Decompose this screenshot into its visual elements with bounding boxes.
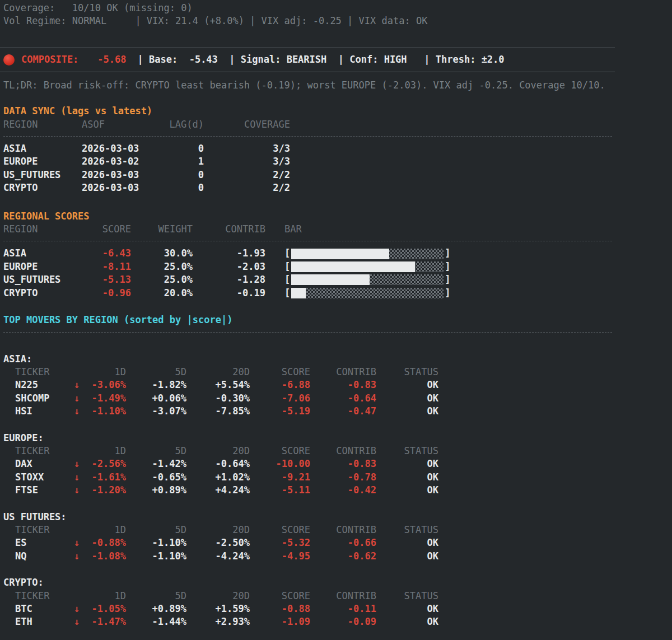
ticker-cell: ES bbox=[15, 536, 69, 549]
regional-header-row: REGION SCORE WEIGHT CONTRIB BAR bbox=[3, 223, 672, 236]
bar-fill bbox=[291, 261, 415, 272]
contrib-cell: -0.78 bbox=[310, 471, 376, 484]
score-bar: [ ] bbox=[265, 247, 672, 260]
score-bar: [ ] bbox=[265, 260, 672, 273]
region-cell: US_FUTURES bbox=[3, 169, 82, 181]
ticker-cell: STOXX bbox=[15, 471, 69, 484]
bar-open-bracket: [ bbox=[284, 247, 290, 260]
d1-cell: -1.49% bbox=[84, 392, 126, 405]
weight-cell: 25.0% bbox=[131, 273, 193, 286]
col-1d: 1D bbox=[84, 524, 126, 536]
coverage-cell: 2/2 bbox=[204, 181, 290, 194]
col-5d: 5D bbox=[126, 445, 186, 457]
score-cell: -9.21 bbox=[250, 471, 310, 484]
contrib-cell: -0.19 bbox=[193, 287, 265, 300]
status-cell: OK bbox=[376, 536, 438, 549]
table-row: HSI ↓ -1.10% -3.07% -7.85% -5.19 -0.47 O… bbox=[15, 405, 672, 418]
data-sync-title: DATA SYNC (lags vs latest) bbox=[3, 105, 672, 118]
col-weight: WEIGHT bbox=[131, 223, 193, 236]
d5-cell: +0.89% bbox=[126, 484, 186, 497]
col-20d: 20D bbox=[186, 524, 250, 536]
score-cell: -1.09 bbox=[250, 615, 310, 628]
dashed-separator bbox=[3, 332, 612, 333]
score-cell: -5.11 bbox=[250, 484, 310, 497]
data-sync-section: DATA SYNC (lags vs latest) REGION ASOF L… bbox=[0, 105, 672, 194]
coverage-cell: 3/3 bbox=[204, 155, 290, 168]
contrib-cell: -0.42 bbox=[310, 484, 376, 497]
contrib-cell: -0.09 bbox=[310, 615, 376, 628]
down-arrow-icon: ↓ bbox=[69, 471, 84, 484]
asof-cell: 2026-03-03 bbox=[82, 142, 166, 155]
table-row: ASIA 2026-03-03 0 3/3 bbox=[3, 142, 672, 155]
col-contrib: CONTRIB bbox=[310, 366, 376, 379]
col-ticker: TICKER bbox=[15, 445, 84, 457]
down-arrow-icon: ↓ bbox=[69, 602, 84, 615]
d5-cell: -1.10% bbox=[126, 550, 186, 563]
movers-header-row: TICKER 1D 5D 20D SCORE CONTRIB STATUS bbox=[15, 590, 672, 602]
region-heading: EUROPE: bbox=[3, 432, 672, 445]
d20-cell: +1.59% bbox=[186, 602, 250, 615]
lag-cell: 0 bbox=[166, 169, 204, 181]
contrib-cell: -1.28 bbox=[193, 273, 265, 286]
d20-cell: +5.54% bbox=[186, 379, 250, 391]
col-20d: 20D bbox=[186, 366, 250, 379]
score-cell: -10.00 bbox=[250, 457, 310, 470]
asof-cell: 2026-03-03 bbox=[82, 181, 166, 194]
region-cell: CRYPTO bbox=[3, 181, 82, 194]
d5-cell: -1.82% bbox=[126, 379, 186, 391]
weight-cell: 20.0% bbox=[131, 287, 193, 300]
contrib-cell: -0.83 bbox=[310, 457, 376, 470]
bar-open-bracket: [ bbox=[284, 273, 290, 286]
col-region: REGION bbox=[3, 118, 82, 131]
score-cell: -5.19 bbox=[250, 405, 310, 418]
bar-close-bracket: ] bbox=[445, 260, 450, 273]
region-block-asia: ASIA: TICKER 1D 5D 20D SCORE CONTRIB STA… bbox=[3, 353, 672, 418]
table-row: EUROPE -8.11 25.0% -2.03 [ ] bbox=[3, 260, 672, 273]
composite-label: COMPOSITE: bbox=[21, 53, 78, 66]
ticker-cell: BTC bbox=[15, 602, 69, 615]
d1-cell: -1.05% bbox=[84, 602, 126, 615]
data-sync-header-row: REGION ASOF LAG(d) COVERAGE bbox=[3, 118, 672, 131]
bar-track bbox=[291, 274, 444, 285]
table-row: ES ↓ -0.88% -1.10% -2.50% -5.32 -0.66 OK bbox=[15, 536, 672, 549]
down-arrow-icon: ↓ bbox=[69, 379, 84, 391]
score-cell: -6.88 bbox=[250, 379, 310, 391]
bar-fill bbox=[291, 288, 306, 298]
score-cell: -5.32 bbox=[250, 536, 310, 549]
dashed-separator bbox=[3, 241, 612, 241]
col-lag: LAG(d) bbox=[166, 118, 204, 131]
contrib-cell: -0.66 bbox=[310, 536, 376, 549]
contrib-cell: -0.11 bbox=[310, 602, 376, 615]
col-score: SCORE bbox=[250, 366, 310, 379]
d20-cell: -0.64% bbox=[186, 457, 250, 470]
ticker-cell: FTSE bbox=[15, 484, 69, 497]
d20-cell: -2.50% bbox=[186, 536, 250, 549]
ticker-cell: HSI bbox=[15, 405, 69, 418]
d20-cell: -7.85% bbox=[186, 405, 250, 418]
status-cell: OK bbox=[376, 471, 438, 484]
d1-cell: -2.56% bbox=[84, 457, 126, 470]
score-cell: -6.43 bbox=[97, 247, 131, 260]
top-movers-section: TOP MOVERS BY REGION (sorted by |score|)… bbox=[0, 314, 672, 629]
status-cell: OK bbox=[376, 615, 438, 628]
col-20d: 20D bbox=[186, 590, 250, 602]
ticker-cell: DAX bbox=[15, 457, 69, 470]
contrib-cell: -0.83 bbox=[310, 379, 376, 391]
terminal-screen: Coverage: 10/10 OK (missing: 0) Vol Regi… bbox=[0, 0, 672, 640]
d20-cell: -0.30% bbox=[186, 392, 250, 405]
status-cell: OK bbox=[376, 405, 438, 418]
table-row: US_FUTURES -5.13 25.0% -1.28 [ ] bbox=[3, 273, 672, 286]
d1-cell: -1.61% bbox=[84, 471, 126, 484]
d1-cell: -1.20% bbox=[84, 484, 126, 497]
d5-cell: -1.10% bbox=[126, 536, 186, 549]
score-cell: -7.06 bbox=[250, 392, 310, 405]
col-1d: 1D bbox=[84, 366, 126, 379]
coverage-cell: 2/2 bbox=[204, 169, 290, 181]
bar-open-bracket: [ bbox=[284, 260, 290, 273]
contrib-cell: -0.64 bbox=[310, 392, 376, 405]
d5-cell: -3.07% bbox=[126, 405, 186, 418]
contrib-cell: -0.62 bbox=[310, 550, 376, 563]
col-5d: 5D bbox=[126, 366, 186, 379]
col-1d: 1D bbox=[84, 445, 126, 457]
bar-track bbox=[291, 288, 444, 298]
